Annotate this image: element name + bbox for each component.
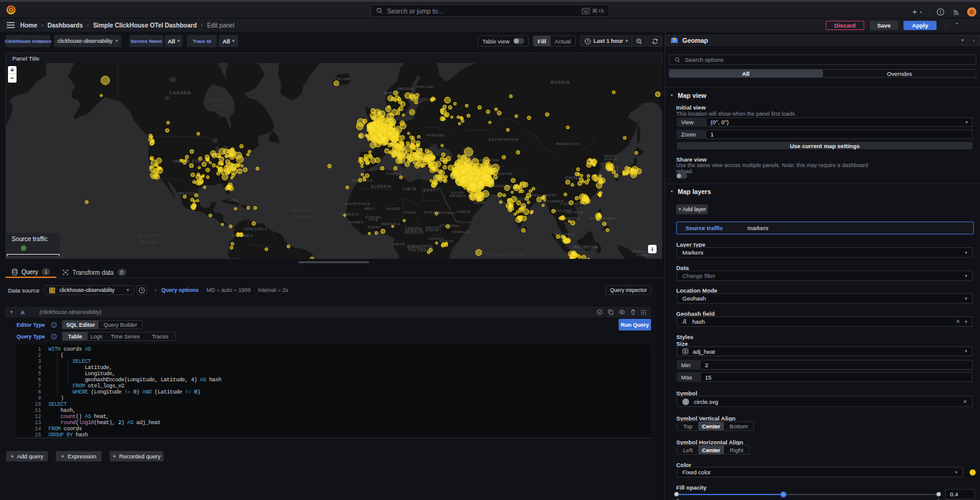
svg-text:EGYPT: EGYPT	[423, 188, 439, 192]
svg-text:ERITREA: ERITREA	[439, 211, 456, 215]
svg-text:RUSSIA: RUSSIA	[551, 80, 570, 85]
svg-text:Bay: Bay	[214, 103, 222, 107]
svg-text:PERU: PERU	[231, 258, 243, 259]
svg-text:GUINEA: GUINEA	[637, 253, 653, 257]
svg-text:UGANDA: UGANDA	[429, 237, 444, 241]
svg-text:Atlantic: Atlantic	[291, 207, 315, 213]
svg-text:NIGERIA: NIGERIA	[382, 222, 401, 226]
svg-text:UKRAINE: UKRAINE	[426, 133, 445, 137]
svg-text:ALGERIA: ALGERIA	[371, 184, 391, 188]
svg-text:MOROCCO: MOROCCO	[352, 179, 373, 182]
svg-text:Pacific: Pacific	[139, 233, 160, 238]
svg-text:MAURITANIA: MAURITANIA	[345, 202, 371, 206]
svg-text:CHAD: CHAD	[404, 211, 417, 214]
svg-text:REPUBLIC: REPUBLIC	[404, 231, 424, 234]
svg-text:CUBA: CUBA	[227, 198, 238, 202]
svg-text:SUDAN: SUDAN	[426, 228, 439, 232]
svg-text:Ocean: Ocean	[140, 239, 159, 245]
svg-text:FINLAND: FINLAND	[417, 85, 434, 89]
svg-text:KAZAKHSTAN: KAZAKHSTAN	[489, 138, 518, 141]
svg-text:SOMALIA: SOMALIA	[453, 230, 470, 234]
svg-text:Ocean: Ocean	[293, 214, 312, 220]
svg-text:MEXICO: MEXICO	[179, 192, 196, 195]
svg-text:GABON: GABON	[391, 242, 405, 246]
svg-text:NIGER: NIGER	[386, 207, 401, 211]
svg-text:VENEZUELA: VENEZUELA	[243, 227, 268, 231]
svg-text:ICELAND: ICELAND	[333, 77, 352, 81]
svg-text:GHANA: GHANA	[368, 225, 381, 229]
svg-text:KOREA: KOREA	[605, 158, 617, 161]
svg-text:MALI: MALI	[364, 207, 375, 211]
svg-text:ARABIA: ARABIA	[449, 194, 466, 198]
svg-text:MONGOLIA: MONGOLIA	[556, 142, 580, 146]
svg-text:TUNISIA: TUNISIA	[386, 172, 402, 176]
svg-text:FASO: FASO	[369, 218, 378, 222]
svg-text:PHILIPPINES: PHILIPPINES	[590, 217, 616, 220]
svg-text:YEMEN: YEMEN	[456, 210, 470, 214]
svg-text:CANADA: CANADA	[169, 90, 191, 95]
svg-text:BRAZIL: BRAZIL	[270, 258, 288, 259]
svg-text:Indian Ocean: Indian Ocean	[487, 252, 527, 257]
svg-text:INDONESIA: INDONESIA	[573, 245, 598, 249]
svg-text:GUINEA: GUINEA	[349, 220, 364, 224]
svg-text:LIBYA: LIBYA	[403, 187, 417, 191]
svg-text:Hudson: Hudson	[211, 97, 227, 101]
svg-text:SWEDEN: SWEDEN	[398, 87, 414, 91]
